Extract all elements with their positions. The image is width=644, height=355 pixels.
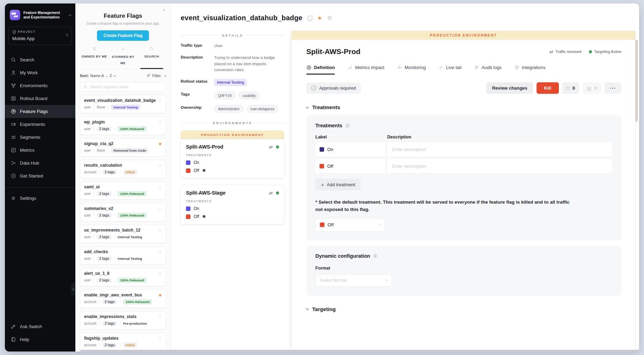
status-badge: 100% Released	[118, 126, 147, 131]
sidebar-item-segments[interactable]: Segments	[5, 131, 75, 144]
flag-list-item[interactable]: alert_ux_1_8 user 2 tags 100% Released	[80, 268, 166, 286]
star-toggle-icon[interactable]	[158, 271, 162, 276]
info-icon[interactable]	[345, 123, 350, 128]
treatments-caps-label: TREATMENTS	[186, 199, 279, 203]
search-input[interactable]	[90, 85, 163, 89]
star-toggle-icon[interactable]	[158, 228, 162, 233]
filter-button[interactable]: Filter	[147, 74, 166, 78]
environment-card-prod[interactable]: Split-AWS-Prod TREATMENTS On Off	[181, 139, 284, 178]
star-filled-icon[interactable]	[317, 15, 322, 21]
tab-live-tail[interactable]: Live tail	[438, 65, 461, 75]
flag-list-item[interactable]: add_checks user 2 tags Internal Testing	[80, 246, 166, 265]
label-column-header: Label	[315, 135, 385, 139]
sidebar-item-search[interactable]: Search	[5, 53, 75, 66]
create-feature-flag-button[interactable]: Create Feature Flag	[97, 30, 149, 41]
review-changes-button[interactable]: Review changes	[486, 82, 533, 94]
star-toggle-icon[interactable]	[158, 120, 162, 125]
copy-icon[interactable]	[307, 15, 312, 21]
kill-button[interactable]: Kill	[537, 82, 559, 94]
star-toggle-icon[interactable]	[158, 314, 162, 319]
tab-audit-logs[interactable]: Audit logs	[474, 65, 502, 75]
flag-list-item[interactable]: event_visualization_datahub_badge user N…	[80, 95, 166, 113]
flag-list-item[interactable]: results_calculation account 2 tags Kille…	[80, 160, 166, 178]
flag-list-item[interactable]: signup_cta_q2 user None Removed from Cod…	[80, 138, 166, 157]
treatment-description-input[interactable]	[387, 142, 612, 156]
flag-list-item[interactable]: wp_plugin user 2 tags 100% Released	[80, 116, 166, 135]
treatment-description-input[interactable]	[387, 159, 612, 173]
details-section-header: DETAILS	[181, 33, 284, 37]
sidebar-item-help[interactable]: Help	[5, 333, 75, 346]
tab-integrations[interactable]: Integrations	[514, 65, 546, 75]
status-badge: 100% Released	[118, 191, 147, 196]
rules-count-button[interactable]: 0	[562, 82, 579, 94]
sidebar-item-settings[interactable]: ⚙ Settings	[5, 192, 75, 205]
sidebar-item-metrics[interactable]: Metrics	[5, 144, 75, 157]
panel-subtitle: Create a feature flag or experiment in y…	[80, 22, 166, 25]
sidebar-item-ask-switch[interactable]: Ask Switch	[5, 320, 75, 333]
close-icon[interactable]	[161, 7, 167, 13]
treatment-swatch	[186, 206, 190, 211]
project-switcher[interactable]: PROJECT Mobile App	[8, 27, 72, 45]
star-toggle-icon[interactable]	[158, 249, 162, 255]
star-toggle-icon[interactable]	[158, 206, 162, 211]
flag-list-item[interactable]: ux_improvements_batch_12 user 2 tags Int…	[80, 225, 166, 243]
status-badge: 100% Released	[118, 213, 147, 218]
flag-title: event_visualization_datahub_badge	[181, 14, 302, 22]
app-logo[interactable]: Feature Managementand Experimentation	[5, 3, 75, 25]
search-icon	[83, 85, 88, 89]
environment-card-stage[interactable]: Split-AWS-Stage TREATMENTS On Off	[181, 185, 284, 224]
sidebar: Feature Managementand Experimentation PR…	[5, 3, 75, 352]
vertical-scrollbar[interactable]	[635, 40, 638, 122]
sidebar-item-experiments[interactable]: Experiments	[5, 118, 75, 131]
sidebar-item-my-work[interactable]: My Work	[5, 66, 75, 79]
help-book-icon	[10, 337, 16, 342]
alerts-count-button[interactable]: 0	[583, 82, 601, 94]
metrics-icon	[10, 148, 16, 153]
sort-label: Sort:	[80, 74, 89, 78]
info-icon[interactable]	[373, 254, 378, 258]
grid-icon	[567, 85, 570, 91]
status-badge: 100% Released	[118, 278, 147, 283]
star-toggle-icon[interactable]	[158, 141, 162, 146]
bar-chart-icon	[347, 65, 353, 70]
treatment-label-input[interactable]: On	[315, 142, 385, 156]
sidebar-divider	[5, 187, 75, 188]
more-actions-button[interactable]	[605, 82, 621, 94]
flag-list-item[interactable]: enable_impressions_stats account 2 tags …	[80, 311, 166, 330]
tab-monitoring[interactable]: Monitoring	[397, 65, 426, 75]
targeting-section-header[interactable]: Targeting	[306, 306, 621, 312]
tab-definition[interactable]: Definition	[306, 65, 335, 75]
horizontal-scrollbar[interactable]	[80, 350, 638, 353]
sidebar-item-environments[interactable]: Environments	[5, 79, 75, 92]
sort-value[interactable]: Name A → Z	[90, 74, 112, 78]
add-treatment-button[interactable]: Add treatment	[315, 179, 361, 190]
star-toggle-icon[interactable]	[158, 98, 162, 103]
environment-header: Split-AWS-Prod Traffic received Targetin…	[306, 47, 621, 56]
flag-search-box	[80, 82, 166, 92]
tab-metrics-impact[interactable]: Metrics impact	[347, 65, 384, 75]
sidebar-item-rollout-board[interactable]: Rollout Board	[5, 92, 75, 105]
sidebar-item-data-hub[interactable]: Data Hub	[5, 157, 75, 169]
sidebar-item-feature-flags[interactable]: Feature Flags	[5, 105, 75, 118]
flag-list-item[interactable]: summaries_v2 user 2 tags 100% Released	[80, 203, 166, 221]
tab-search[interactable]: SEARCH	[137, 46, 166, 69]
star-toggle-icon[interactable]	[158, 336, 162, 341]
tab-starred-by-me[interactable]: ☆ STARRED BY ME	[108, 46, 137, 69]
sidebar-collapse-handle[interactable]	[70, 282, 76, 296]
flag-list-item[interactable]: flagship_updates account 2 tags Killed	[80, 333, 166, 351]
default-treatment-select[interactable]: Off	[315, 218, 385, 232]
tab-owned-by-me[interactable]: OWNED BY ME	[80, 46, 108, 69]
description-column-header: Description	[387, 135, 612, 139]
treatment-label-input[interactable]: Off	[315, 159, 385, 173]
flag-list-item[interactable]: enable_imgr_aws_event_bus account 2 tags…	[80, 289, 166, 308]
format-select[interactable]: Select format	[315, 274, 392, 287]
treatment-swatch	[186, 214, 190, 219]
star-toggle-icon[interactable]	[158, 184, 162, 190]
gear-icon[interactable]	[327, 15, 332, 21]
treatments-section-header[interactable]: Treatments	[306, 104, 621, 110]
star-toggle-icon[interactable]	[158, 163, 162, 168]
flag-list-item[interactable]: saml_ui user 2 tags 100% Released	[80, 181, 166, 200]
sidebar-item-get-started[interactable]: Get Started	[5, 169, 75, 182]
star-toggle-icon[interactable]	[158, 293, 162, 298]
status-badge: Internal Testing	[118, 234, 142, 240]
